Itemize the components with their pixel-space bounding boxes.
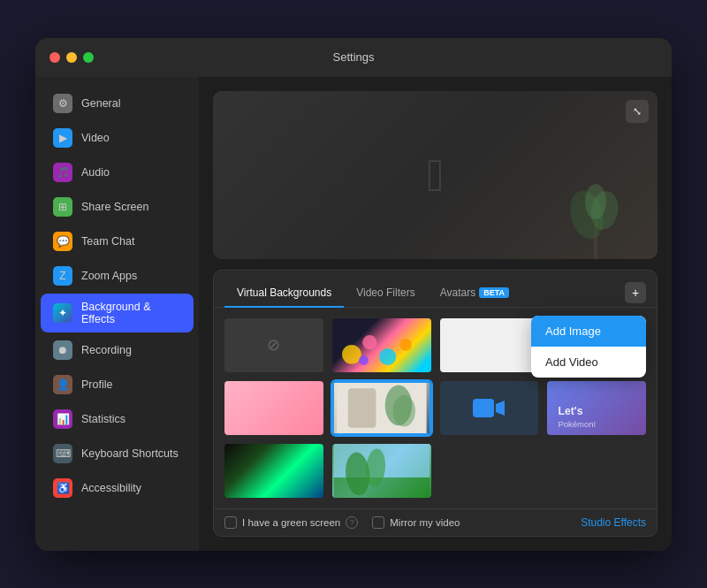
video-preview-inner:  xyxy=(213,91,658,259)
sidebar-item-accessibility[interactable]: ♿ Accessibility xyxy=(41,471,194,505)
bg-thumb-zoom[interactable] xyxy=(438,379,541,437)
video-expand-button[interactable]: ⤡ xyxy=(626,100,649,123)
green-screen-checkbox[interactable] xyxy=(224,516,237,529)
add-video-option[interactable]: Add Video xyxy=(531,347,646,378)
bg-thumb-pink[interactable] xyxy=(223,379,325,437)
sidebar-label-statistics: Statistics xyxy=(81,413,125,425)
svg-marker-14 xyxy=(496,401,505,416)
sidebar-label-keyboard: Keyboard Shortcuts xyxy=(81,447,179,460)
plant-decoration xyxy=(569,171,622,259)
sidebar-item-team-chat[interactable]: 💬 Team Chat xyxy=(41,225,194,258)
bottom-bar: I have a green screen ? Mirror my video … xyxy=(214,508,657,536)
studio-effects-button[interactable]: Studio Effects xyxy=(581,516,646,529)
tab-virtual-backgrounds[interactable]: Virtual Backgrounds xyxy=(224,279,344,308)
sidebar-item-video[interactable]: ▶ Video xyxy=(41,121,194,155)
sidebar-icon-statistics: 📊 xyxy=(53,409,72,429)
bg-lets-preview: Let's Pokémon! xyxy=(547,381,646,435)
svg-rect-13 xyxy=(473,399,494,417)
sidebar-item-keyboard[interactable]: ⌨ Keyboard Shortcuts xyxy=(41,437,194,470)
bg-thumb-aurora[interactable] xyxy=(223,442,325,500)
sidebar-icon-general: ⚙ xyxy=(53,94,72,113)
green-screen-help-icon[interactable]: ? xyxy=(346,516,358,529)
mirror-video-label: Mirror my video xyxy=(390,517,460,528)
bg-colorful-preview xyxy=(332,318,431,372)
bg-zoom-preview xyxy=(440,381,539,435)
green-screen-label: I have a green screen xyxy=(242,517,340,528)
maximize-button[interactable] xyxy=(83,52,94,63)
bg-aurora-preview xyxy=(224,444,323,498)
svg-text:Let's: Let's xyxy=(559,405,583,417)
sidebar-item-audio[interactable]: 🎵 Audio xyxy=(41,156,194,189)
sidebar-icon-zoom-apps: Z xyxy=(53,266,72,286)
svg-rect-10 xyxy=(348,388,376,427)
svg-point-6 xyxy=(379,347,396,364)
sidebar-item-recording[interactable]: ⏺ Recording xyxy=(41,333,194,367)
main-content: ⚙ General ▶ Video 🎵 Audio ⊞ Share Screen… xyxy=(35,77,672,551)
sidebar-icon-recording: ⏺ xyxy=(53,340,72,360)
sidebar-item-share-screen[interactable]: ⊞ Share Screen xyxy=(41,190,194,224)
svg-point-7 xyxy=(399,339,412,351)
svg-point-5 xyxy=(362,335,376,349)
mirror-video-checkbox-item[interactable]: Mirror my video xyxy=(372,516,460,529)
sidebar-icon-share-screen: ⊞ xyxy=(53,197,72,217)
bg-thumb-white[interactable] xyxy=(438,317,541,374)
bg-thumb-none[interactable]: ⊘ xyxy=(223,317,325,374)
sidebar-item-statistics[interactable]: 📊 Statistics xyxy=(41,402,194,436)
svg-point-12 xyxy=(392,394,414,426)
app-window: Settings ⚙ General ▶ Video 🎵 Audio ⊞ Sha… xyxy=(35,38,672,551)
sidebar-label-zoom-apps: Zoom Apps xyxy=(81,270,137,282)
svg-point-3 xyxy=(585,184,606,219)
green-screen-checkbox-item[interactable]: I have a green screen ? xyxy=(224,516,358,529)
svg-point-4 xyxy=(342,344,361,363)
beta-badge: BETA xyxy=(479,287,509,298)
sidebar-label-accessibility: Accessibility xyxy=(81,482,141,494)
sidebar: ⚙ General ▶ Video 🎵 Audio ⊞ Share Screen… xyxy=(35,77,199,551)
bg-room-preview xyxy=(332,381,431,435)
sidebar-label-recording: Recording xyxy=(81,344,132,356)
tabs-bar: Virtual Backgrounds Video Filters Avatar… xyxy=(214,271,657,308)
sidebar-item-general[interactable]: ⚙ General xyxy=(41,87,194,120)
sidebar-icon-video: ▶ xyxy=(53,128,72,148)
tab-video-filters[interactable]: Video Filters xyxy=(344,279,427,308)
bg-thumb-beach[interactable] xyxy=(331,442,433,500)
sidebar-item-profile[interactable]: 👤 Profile xyxy=(41,368,194,401)
sidebar-icon-accessibility: ♿ xyxy=(53,478,72,498)
sidebar-icon-profile: 👤 xyxy=(53,375,72,394)
mirror-video-checkbox[interactable] xyxy=(372,516,384,529)
bg-thumb-colorful[interactable] xyxy=(331,317,433,374)
sidebar-icon-audio: 🎵 xyxy=(53,163,72,182)
add-dropdown-menu: Add Image Add Video xyxy=(531,316,646,378)
add-image-option[interactable]: Add Image xyxy=(531,316,646,347)
bg-none-preview: ⊘ xyxy=(224,318,323,372)
sidebar-icon-background: ✦ xyxy=(53,303,72,323)
sidebar-label-team-chat: Team Chat xyxy=(81,235,134,248)
add-background-button[interactable]: + Add Image Add Video xyxy=(625,282,646,303)
bg-thumb-room[interactable] xyxy=(331,379,433,437)
right-panel:  ⤡ Virtual Backgrounds Video Filters Av… xyxy=(199,77,672,551)
sidebar-icon-keyboard: ⌨ xyxy=(53,444,72,463)
video-preview:  ⤡ xyxy=(213,91,658,259)
sidebar-label-share-screen: Share Screen xyxy=(81,201,148,213)
minimize-button[interactable] xyxy=(66,52,77,63)
sidebar-item-zoom-apps[interactable]: Z Zoom Apps xyxy=(41,259,194,293)
close-button[interactable] xyxy=(49,52,60,63)
sidebar-label-audio: Audio xyxy=(81,166,110,179)
zoom-logo-watermark:  xyxy=(427,149,444,202)
bg-white-preview xyxy=(440,318,539,372)
tab-avatars[interactable]: Avatars BETA xyxy=(428,279,521,308)
sidebar-label-video: Video xyxy=(81,132,110,144)
svg-text:Pokémon!: Pokémon! xyxy=(559,418,597,428)
sidebar-item-background[interactable]: ✦ Background & Effects xyxy=(41,294,194,332)
bg-thumb-lets[interactable]: Let's Pokémon! xyxy=(545,379,648,437)
traffic-lights xyxy=(49,52,94,63)
sidebar-label-general: General xyxy=(81,97,120,110)
bg-pink-preview xyxy=(224,381,323,435)
backgrounds-panel: Virtual Backgrounds Video Filters Avatar… xyxy=(213,270,658,537)
sidebar-label-background: Background & Effects xyxy=(81,301,181,325)
window-title: Settings xyxy=(333,50,375,64)
sidebar-label-profile: Profile xyxy=(81,378,112,391)
svg-point-8 xyxy=(359,355,369,365)
title-bar: Settings xyxy=(35,38,672,77)
bg-beach-preview xyxy=(332,444,431,498)
sidebar-icon-team-chat: 💬 xyxy=(53,232,72,251)
